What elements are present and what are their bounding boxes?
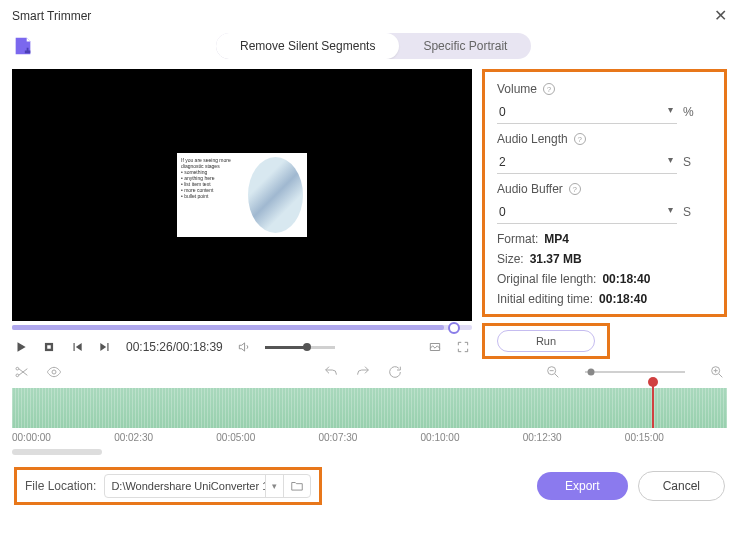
volume-input[interactable] — [497, 100, 677, 124]
init-time-value: 00:18:40 — [599, 292, 647, 306]
snapshot-icon[interactable] — [428, 340, 442, 354]
file-location-highlight: File Location: D:\Wondershare UniConvert… — [14, 467, 322, 505]
size-value: 31.37 MB — [530, 252, 582, 266]
cancel-button[interactable]: Cancel — [638, 471, 725, 501]
app-logo-icon — [12, 35, 34, 57]
audio-buffer-input[interactable] — [497, 200, 677, 224]
timeline-scrollbar[interactable] — [12, 449, 102, 455]
format-value: MP4 — [544, 232, 569, 246]
close-icon[interactable]: ✕ — [714, 6, 727, 25]
settings-panel: Volume? % Audio Length? S Audio Buffer? … — [482, 69, 727, 317]
seek-slider[interactable] — [12, 325, 472, 330]
help-icon[interactable]: ? — [569, 183, 581, 195]
window-title: Smart Trimmer — [12, 9, 91, 23]
orig-len-value: 00:18:40 — [602, 272, 650, 286]
fullscreen-icon[interactable] — [456, 340, 470, 354]
audio-buffer-label: Audio Buffer — [497, 182, 563, 196]
run-button[interactable]: Run — [497, 330, 595, 352]
stop-icon[interactable] — [42, 340, 56, 354]
help-icon[interactable]: ? — [543, 83, 555, 95]
redo-icon[interactable] — [355, 364, 371, 380]
format-label: Format: — [497, 232, 538, 246]
zoom-slider[interactable] — [585, 371, 685, 373]
waveform[interactable] — [12, 388, 727, 428]
eye-icon[interactable] — [46, 364, 62, 380]
audio-length-unit: S — [683, 155, 691, 169]
audio-buffer-unit: S — [683, 205, 691, 219]
mode-tabs: Remove Silent Segments Specific Portrait — [216, 33, 531, 59]
help-icon[interactable]: ? — [574, 133, 586, 145]
init-time-label: Initial editing time: — [497, 292, 593, 306]
volume-slider[interactable] — [265, 346, 335, 349]
zoom-out-icon[interactable] — [545, 364, 561, 380]
audio-length-label: Audio Length — [497, 132, 568, 146]
undo-icon[interactable] — [323, 364, 339, 380]
refresh-icon[interactable] — [387, 364, 403, 380]
file-location-path[interactable]: D:\Wondershare UniConverter 1 — [105, 480, 265, 492]
video-frame-content: If you are seeing morediagnostic stages•… — [177, 153, 307, 237]
file-location-dropdown[interactable]: ▾ — [265, 475, 284, 497]
volume-unit: % — [683, 105, 694, 119]
folder-icon[interactable] — [284, 479, 310, 493]
playhead[interactable] — [652, 382, 654, 428]
run-highlight: Run — [482, 323, 610, 359]
volume-icon[interactable] — [237, 340, 251, 354]
next-icon[interactable] — [98, 340, 112, 354]
orig-len-label: Original file length: — [497, 272, 596, 286]
time-ruler: 00:00:0000:02:3000:05:0000:07:3000:10:00… — [12, 428, 727, 447]
tab-specific-portrait[interactable]: Specific Portrait — [399, 33, 531, 59]
tab-remove-silent[interactable]: Remove Silent Segments — [216, 33, 399, 59]
audio-length-input[interactable] — [497, 150, 677, 174]
play-icon[interactable] — [14, 340, 28, 354]
zoom-in-icon[interactable] — [709, 364, 725, 380]
export-button[interactable]: Export — [537, 472, 628, 500]
scissors-icon[interactable] — [14, 364, 30, 380]
size-label: Size: — [497, 252, 524, 266]
prev-icon[interactable] — [70, 340, 84, 354]
svg-point-2 — [52, 370, 56, 374]
volume-label: Volume — [497, 82, 537, 96]
time-display: 00:15:26/00:18:39 — [126, 340, 223, 354]
svg-rect-1 — [47, 345, 51, 349]
video-preview: If you are seeing morediagnostic stages•… — [12, 69, 472, 321]
file-location-label: File Location: — [25, 479, 96, 493]
